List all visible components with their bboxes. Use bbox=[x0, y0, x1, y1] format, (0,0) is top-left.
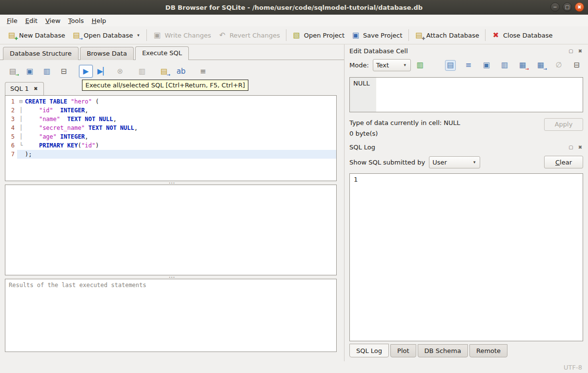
code-line-4[interactable]: 4│ "secret_name" TEXT NOT NULL, bbox=[5, 124, 336, 132]
set-null-icon: ∅ bbox=[554, 61, 563, 70]
save-project-label: Save Project bbox=[363, 32, 403, 39]
import-data-icon: ▥ bbox=[416, 61, 425, 70]
close-tab-icon[interactable]: ✖ bbox=[33, 86, 39, 92]
attach-database-button[interactable]: ▤✚ Attach Database bbox=[411, 28, 483, 42]
splitter-handle[interactable] bbox=[0, 181, 344, 185]
save-sql-file-as-button[interactable]: ▥ bbox=[40, 65, 54, 78]
save-sql-file-button[interactable]: ▣ bbox=[23, 65, 37, 78]
open-sql-file-button[interactable]: ▤→ bbox=[6, 65, 20, 78]
clear-log-button[interactable]: Clear bbox=[544, 156, 583, 168]
sql-editor[interactable]: 1⊟CREATE TABLE "hero" (2│ "id" INTEGER,3… bbox=[5, 95, 337, 181]
window-titlebar[interactable]: DB Browser for SQLite - /home/user/code/… bbox=[0, 0, 588, 15]
execute-sql-pane: Database Structure Browse Data Execute S… bbox=[0, 44, 344, 361]
format-sql-button[interactable]: ≡ bbox=[196, 65, 210, 78]
results-message-area[interactable]: Results of the last executed statements bbox=[5, 279, 337, 352]
menu-view[interactable]: View bbox=[41, 16, 64, 26]
word-wrap-button[interactable]: ≡ bbox=[463, 60, 474, 71]
toolbar-separator bbox=[485, 29, 486, 41]
print-cell-button[interactable]: ⊟ bbox=[571, 60, 582, 71]
sql-log-title: SQL Log bbox=[349, 144, 568, 151]
tab-plot[interactable]: Plot bbox=[390, 344, 416, 357]
close-database-icon: ✖ bbox=[491, 31, 500, 40]
new-database-icon: ▤✚ bbox=[7, 31, 16, 40]
word-wrap-icon: ≡ bbox=[464, 61, 473, 70]
code-line-3[interactable]: 3│ "name" TEXT NOT NULL, bbox=[5, 115, 336, 124]
export-cell-file-button[interactable]: ▦→ bbox=[535, 60, 546, 71]
save-project-button[interactable]: ▣ Save Project bbox=[348, 28, 406, 42]
sql-log-area[interactable]: 1 bbox=[349, 173, 583, 341]
apply-button[interactable]: Apply bbox=[544, 118, 583, 131]
tab-database-structure[interactable]: Database Structure bbox=[3, 47, 79, 60]
execute-current-line-button[interactable]: ▶▏ bbox=[96, 65, 110, 78]
sql-log-dock-header: SQL Log ▢ ✖ bbox=[345, 141, 588, 152]
menu-help[interactable]: Help bbox=[88, 16, 110, 26]
mode-label: Mode: bbox=[349, 62, 369, 69]
toolbar-separator bbox=[146, 29, 147, 41]
menu-edit[interactable]: Edit bbox=[21, 16, 41, 26]
tab-browse-data[interactable]: Browse Data bbox=[80, 47, 134, 60]
minimize-icon[interactable]: − bbox=[550, 2, 560, 12]
tab-remote[interactable]: Remote bbox=[469, 344, 507, 357]
revert-changes-button[interactable]: ↶ Revert Changes bbox=[214, 28, 283, 42]
encoding-indicator[interactable]: UTF-8 bbox=[564, 364, 582, 371]
dock-close-icon[interactable]: ✖ bbox=[577, 145, 583, 150]
splitter-handle[interactable] bbox=[0, 275, 344, 279]
toolbar-separator bbox=[408, 29, 409, 41]
clear-log-label: Clear bbox=[555, 159, 572, 166]
save-sql-file-icon: ▣ bbox=[25, 67, 34, 76]
maximize-icon[interactable]: □ bbox=[563, 2, 572, 12]
menu-tools[interactable]: Tools bbox=[64, 16, 88, 26]
results-grid[interactable] bbox=[5, 185, 337, 275]
mode-combobox[interactable]: Text ▾ bbox=[373, 59, 411, 71]
save-results-button[interactable]: ▥ bbox=[135, 65, 149, 78]
stop-execution-button[interactable]: ⊗ bbox=[113, 65, 127, 78]
edit-cell-dock-header: Edit Database Cell ▢ ✖ bbox=[345, 44, 588, 56]
dock-float-icon[interactable]: ▢ bbox=[568, 145, 574, 150]
code-line-2[interactable]: 2│ "id" INTEGER, bbox=[5, 106, 336, 115]
open-database-button[interactable]: ▤→ Open Database ▾ bbox=[69, 28, 144, 42]
paste-cell-button[interactable]: ▥ bbox=[499, 60, 510, 71]
print-sql-button[interactable]: ⊟ bbox=[57, 65, 71, 78]
cell-editor[interactable]: NULL bbox=[349, 77, 583, 112]
open-sql-file-icon: ▤→ bbox=[8, 67, 17, 76]
save-sql-file-as-icon: ▥ bbox=[42, 67, 51, 76]
tab-db-schema[interactable]: DB Schema bbox=[418, 344, 468, 357]
new-database-button[interactable]: ▤✚ New Database bbox=[4, 28, 69, 42]
print-icon: ⊟ bbox=[60, 67, 68, 76]
set-null-button[interactable]: ∅ bbox=[553, 60, 564, 71]
code-line-5[interactable]: 5│ "age" INTEGER, bbox=[5, 132, 336, 141]
import-cell-file-button[interactable]: ▦→ bbox=[517, 60, 528, 71]
open-project-button[interactable]: ▧ Open Project bbox=[289, 28, 348, 42]
close-database-button[interactable]: ✖ Close Database bbox=[488, 28, 556, 42]
open-project-icon: ▧ bbox=[292, 31, 301, 40]
code-line-1[interactable]: 1⊟CREATE TABLE "hero" ( bbox=[5, 97, 336, 106]
tab-execute-sql[interactable]: Execute SQL bbox=[135, 46, 189, 60]
sql-document-tab[interactable]: SQL 1 ✖ bbox=[5, 82, 44, 95]
attach-database-label: Attach Database bbox=[426, 32, 479, 39]
menu-file[interactable]: File bbox=[3, 16, 21, 26]
copy-cell-button[interactable]: ▣ bbox=[481, 60, 492, 71]
execute-all-icon: ▶ bbox=[81, 67, 90, 76]
execute-all-button[interactable]: ▶ bbox=[79, 65, 93, 78]
import-data-button[interactable]: ▥ bbox=[415, 60, 426, 71]
close-icon[interactable]: ✖ bbox=[575, 2, 584, 12]
write-changes-button[interactable]: ▣ Write Changes bbox=[149, 28, 214, 42]
main-toolbar: ▤✚ New Database ▤→ Open Database ▾ ▣ Wri… bbox=[0, 26, 588, 44]
dock-close-icon[interactable]: ✖ bbox=[577, 48, 583, 54]
log-filter-label: Show SQL submitted by bbox=[349, 159, 425, 166]
code-line-7[interactable]: 7); bbox=[5, 150, 336, 159]
export-database-button[interactable]: ▤→ bbox=[157, 65, 171, 78]
log-filter-combobox[interactable]: User ▾ bbox=[429, 156, 480, 168]
combo-arrow-icon: ▾ bbox=[403, 61, 407, 70]
tab-sql-log[interactable]: SQL Log bbox=[349, 344, 389, 357]
menubar: File Edit View Tools Help bbox=[0, 15, 588, 26]
open-database-label: Open Database bbox=[84, 32, 133, 39]
find-replace-button[interactable]: ab bbox=[174, 65, 188, 78]
open-database-dropdown-icon[interactable]: ▾ bbox=[136, 31, 141, 40]
dock-float-icon[interactable]: ▢ bbox=[568, 48, 574, 54]
code-line-6[interactable]: 6└ PRIMARY KEY("id") bbox=[5, 141, 336, 150]
save-project-icon: ▣ bbox=[351, 31, 360, 40]
text-mode-button[interactable]: ▤ bbox=[445, 60, 456, 71]
edit-cell-title: Edit Database Cell bbox=[349, 47, 568, 55]
log-line-number: 1 bbox=[354, 176, 358, 183]
